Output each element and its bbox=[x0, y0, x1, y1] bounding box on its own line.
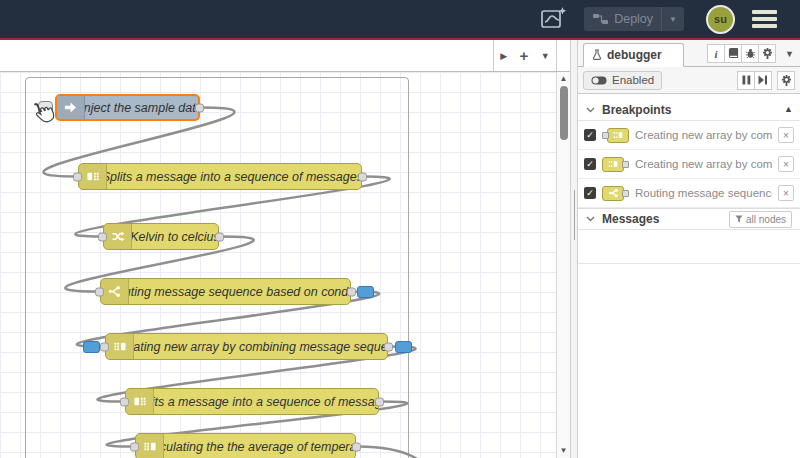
main-menu-button[interactable] bbox=[752, 7, 777, 32]
debugger-toolbar: Enabled bbox=[578, 67, 800, 94]
canvas-vertical-scrollbar[interactable]: ▲ ▼ bbox=[556, 72, 570, 458]
list-scroll-up-icon[interactable]: ▲ bbox=[784, 104, 793, 114]
tab-help-button[interactable] bbox=[724, 44, 742, 63]
flow-node-change1[interactable]: Kelvin to celcius bbox=[103, 223, 219, 250]
flow-list-button[interactable]: ▼ bbox=[541, 51, 550, 61]
header-bar: Deploy ▼ su bbox=[0, 0, 800, 40]
pause-icon bbox=[742, 75, 751, 85]
node-label: Splits a message into a sequence of mess… bbox=[107, 164, 361, 189]
messages-title: Messages bbox=[602, 212, 659, 226]
breakpoint-indicator[interactable] bbox=[395, 341, 412, 353]
info-icon: i bbox=[714, 48, 717, 60]
sidebar-tab-bar: debugger i bbox=[578, 40, 800, 67]
node-input-port[interactable] bbox=[73, 172, 82, 181]
chevron-down-icon bbox=[586, 107, 595, 113]
change-icon bbox=[104, 224, 132, 249]
flow-node-join1[interactable]: Creating new array by combining message … bbox=[105, 333, 388, 360]
breakpoint-checkbox[interactable]: ✓ bbox=[584, 129, 596, 141]
bug-icon bbox=[745, 48, 756, 59]
remove-breakpoint-button[interactable]: × bbox=[778, 127, 794, 143]
switch-icon bbox=[101, 279, 129, 304]
flow-node-split2[interactable]: Splits a message into a sequence of mess… bbox=[125, 388, 379, 415]
node-input-port[interactable] bbox=[98, 232, 107, 241]
menu-bar-icon bbox=[752, 17, 777, 21]
breakpoints-section-header[interactable]: Breakpoints ▲ bbox=[578, 99, 800, 121]
join-icon bbox=[106, 334, 134, 359]
deploy-label: Deploy bbox=[614, 12, 653, 26]
scrollbar-thumb[interactable] bbox=[560, 86, 568, 140]
node-output-port[interactable] bbox=[358, 172, 367, 181]
breakpoint-indicator[interactable] bbox=[357, 286, 374, 298]
chevron-down-icon bbox=[586, 216, 595, 222]
user-avatar[interactable]: su bbox=[706, 5, 735, 34]
tab-config-button[interactable] bbox=[758, 44, 776, 63]
breakpoint-indicator[interactable] bbox=[83, 341, 100, 353]
workspace[interactable]: Inject the sample dataSplits a message i… bbox=[0, 72, 556, 458]
sidebar-separator[interactable] bbox=[570, 40, 578, 458]
editor-area: ▶ + ▼ Inject the sample dataSplits a mes… bbox=[0, 40, 800, 458]
split-icon bbox=[126, 389, 154, 414]
node-input-port[interactable] bbox=[130, 442, 139, 451]
flow-node-inject[interactable]: Inject the sample data bbox=[55, 94, 200, 121]
menu-bar-icon bbox=[752, 24, 777, 28]
node-output-port[interactable] bbox=[195, 103, 204, 112]
book-icon bbox=[728, 48, 739, 59]
debugger-settings-button[interactable] bbox=[777, 71, 795, 90]
flow-node-switch1[interactable]: Routing message sequence based on condit… bbox=[100, 278, 351, 305]
join-icon bbox=[136, 434, 164, 458]
breakpoints-list: ✓Creating new array by combining message… bbox=[578, 121, 800, 208]
gear-icon bbox=[762, 48, 773, 59]
node-input-port[interactable] bbox=[95, 287, 104, 296]
tab-info-button[interactable]: i bbox=[707, 44, 725, 63]
tab-debugger-label: debugger bbox=[607, 48, 662, 62]
breakpoint-label: Routing message sequence based on condit… bbox=[635, 187, 772, 199]
node-label: Routing message sequence based on condit… bbox=[129, 279, 350, 304]
breakpoint-list-item: ✓Creating new array by combining message… bbox=[578, 121, 800, 150]
messages-section-header[interactable]: Messages all nodes bbox=[578, 208, 800, 230]
node-output-port[interactable] bbox=[375, 397, 384, 406]
filter-label: all nodes bbox=[746, 214, 786, 225]
sidebar-options-caret-icon[interactable]: ▼ bbox=[785, 49, 794, 59]
sidebar: debugger i bbox=[578, 40, 800, 458]
node-input-port[interactable] bbox=[100, 342, 109, 351]
remove-breakpoint-button[interactable]: × bbox=[778, 156, 794, 172]
node-label: Calculating the the average of temperatu… bbox=[164, 434, 355, 458]
flow-canvas-area: ▶ + ▼ Inject the sample dataSplits a mes… bbox=[0, 40, 570, 458]
step-next-icon bbox=[758, 75, 768, 85]
add-flow-button[interactable]: + bbox=[520, 47, 529, 64]
flow-tab-bar: ▶ + ▼ bbox=[0, 40, 570, 72]
node-output-port[interactable] bbox=[215, 232, 224, 241]
tab-debug-button[interactable] bbox=[741, 44, 759, 63]
inject-trigger-button[interactable] bbox=[38, 101, 53, 115]
mini-node-switch-icon bbox=[602, 186, 629, 201]
message-filter-button[interactable]: all nodes bbox=[729, 211, 792, 228]
debugger-enabled-toggle[interactable]: Enabled bbox=[583, 71, 662, 90]
scroll-up-icon[interactable]: ▲ bbox=[557, 74, 570, 83]
wire[interactable] bbox=[358, 447, 448, 458]
breakpoint-checkbox[interactable]: ✓ bbox=[584, 158, 596, 170]
deploy-options-caret-icon[interactable]: ▼ bbox=[661, 7, 684, 31]
flow-node-avg1[interactable]: Calculating the the average of temperatu… bbox=[135, 433, 356, 458]
node-label: Kelvin to celcius bbox=[132, 224, 218, 249]
deploy-button[interactable]: Deploy ▼ bbox=[584, 7, 684, 31]
node-input-port[interactable] bbox=[120, 397, 129, 406]
tab-debugger[interactable]: debugger bbox=[583, 43, 684, 67]
menu-bar-icon bbox=[752, 10, 777, 14]
scroll-down-icon[interactable]: ▼ bbox=[557, 446, 570, 455]
breakpoint-checkbox[interactable]: ✓ bbox=[584, 187, 596, 199]
enabled-label: Enabled bbox=[612, 74, 654, 86]
breakpoint-list-item: ✓Routing message sequence based on condi… bbox=[578, 179, 800, 208]
toggle-on-icon bbox=[591, 76, 607, 85]
pause-button[interactable] bbox=[737, 71, 755, 90]
step-button[interactable] bbox=[754, 71, 772, 90]
remove-breakpoint-button[interactable]: × bbox=[778, 185, 794, 201]
node-output-port[interactable] bbox=[352, 442, 361, 451]
node-output-port[interactable] bbox=[347, 287, 356, 296]
flow-node-split1[interactable]: Splits a message into a sequence of mess… bbox=[78, 163, 362, 190]
node-label: Creating new array by combining message … bbox=[134, 334, 387, 359]
workspace-chart-icon[interactable] bbox=[538, 6, 568, 32]
node-label: Splits a message into a sequence of mess… bbox=[154, 389, 378, 414]
scroll-tabs-right-button[interactable]: ▶ bbox=[500, 51, 507, 61]
separator-grip[interactable] bbox=[574, 190, 575, 240]
node-output-port[interactable] bbox=[384, 342, 393, 351]
